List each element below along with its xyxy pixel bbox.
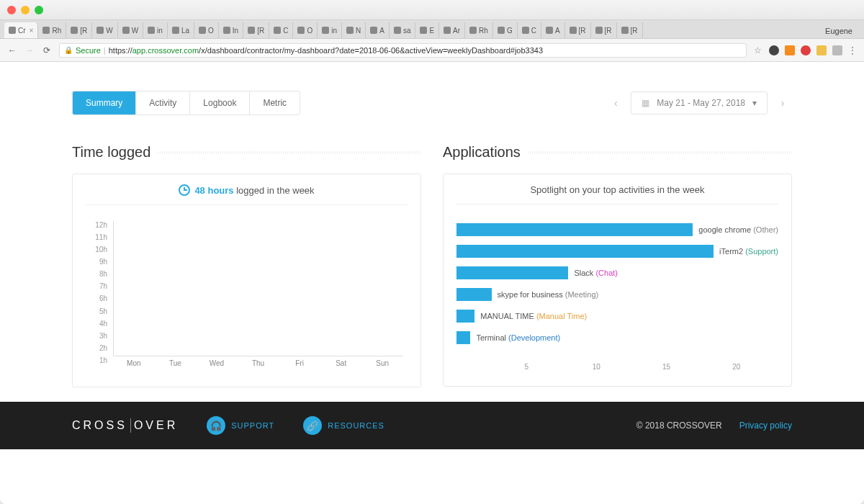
url-bar[interactable]: 🔒 Secure | https://app.crossover.com/x/d… [59,43,747,58]
app-row: iTerm2 (Support) [456,245,778,258]
tab-title: in [157,27,163,35]
app-label: google chrome (Other) [698,225,778,234]
x-tick: Mon [113,359,155,374]
app-row: Slack (Chat) [456,266,778,279]
browser-tab[interactable]: Rh [465,22,493,38]
back-button[interactable]: ← [7,45,17,55]
browser-tab[interactable]: A [541,22,565,38]
extension-icon[interactable] [785,45,795,55]
app-label: Slack (Chat) [574,269,618,277]
browser-profile[interactable]: Eugene [818,24,860,38]
prev-week-button[interactable]: ‹ [606,91,625,114]
app-label: skype for business (Meeting) [498,290,599,299]
tab-title: [R [605,27,612,35]
secure-label: Secure [76,46,101,55]
dropdown-caret-icon: ▾ [752,98,757,108]
app-bar[interactable] [456,266,568,279]
next-week-button[interactable]: › [773,91,792,114]
browser-tab[interactable]: In [219,22,243,38]
favicon [9,27,16,34]
x-tick: Wed [196,359,238,374]
browser-tab[interactable]: E [415,22,439,38]
x-tick: Fri [279,359,320,374]
crossover-logo: CROSS OVER [72,418,178,433]
close-tab-icon[interactable]: × [30,27,34,35]
link-icon: 🔗 [303,416,322,435]
extension-icon[interactable] [801,45,811,55]
browser-tab[interactable]: Ar [439,22,465,38]
browser-tabstrip: Cr×Rh[RWWinLaOIn[RCOinNAsaEArRhGCA[R[R[R… [0,20,864,39]
window-titlebar [0,0,864,20]
tab-title: [R [257,27,264,35]
applications-title: Applications [443,144,521,161]
browser-tab[interactable]: [R [66,22,92,38]
browser-tab[interactable]: [R [565,22,591,38]
browser-tab[interactable]: C [269,22,293,38]
time-logged-summary: 48 hours logged in the week [86,184,408,205]
forward-button[interactable]: → [24,45,35,55]
app-row: MANUAL TIME (Manual Time) [456,310,778,323]
favicon [71,27,78,34]
resources-link[interactable]: 🔗 RESOURCES [303,416,384,435]
tab-activity[interactable]: Activity [136,91,190,114]
tab-title: O [208,27,214,35]
tab-title: [R [579,27,586,35]
browser-menu-icon[interactable]: ⋮ [848,45,857,55]
tab-metric[interactable]: Metric [250,91,300,114]
browser-tab[interactable]: sa [390,22,416,38]
time-logged-chart: 12h11h10h9h8h7h6h5h4h3h2h1h MonTueWedThu… [86,215,408,374]
tab-title: Ar [453,27,460,35]
browser-tab[interactable]: C [518,22,541,38]
reload-button[interactable]: ⟳ [42,45,52,55]
bookmark-star-icon[interactable]: ☆ [754,45,762,55]
browser-tab[interactable]: [R [617,22,643,38]
favicon [148,27,155,34]
browser-tab[interactable]: G [493,22,518,38]
browser-tab[interactable]: A [366,22,390,38]
app-bar[interactable] [456,331,470,344]
favicon [522,27,529,34]
browser-tab[interactable]: La [168,22,194,38]
page-content: SummaryActivityLogbookMetric ‹ ▦ May 21 … [0,62,864,504]
title-divider [158,151,421,154]
extension-icons: ⋮ [769,45,857,55]
time-logged-title: Time logged [72,144,150,161]
browser-tab[interactable]: in [318,22,342,38]
tab-title: C [531,27,536,35]
close-window-button[interactable] [7,6,16,14]
minimize-window-button[interactable] [21,6,30,14]
browser-tab[interactable]: Rh [38,22,66,38]
maximize-window-button[interactable] [35,6,43,14]
browser-tab[interactable]: Cr× [4,22,38,38]
favicon [570,27,577,34]
extension-icon[interactable] [769,45,779,55]
support-link[interactable]: 🎧 SUPPORT [207,416,274,435]
browser-tab[interactable]: W [118,22,143,38]
tab-title: N [356,27,361,35]
extension-icon[interactable] [816,45,827,55]
app-label: iTerm2 (Support) [719,247,778,256]
browser-tab[interactable]: O [194,22,219,38]
extension-icon[interactable] [832,45,842,55]
browser-tab[interactable]: [R [243,22,269,38]
tab-summary[interactable]: Summary [73,91,136,114]
date-range-picker[interactable]: ▦ May 21 - May 27, 2018 ▾ [631,91,768,114]
y-axis: 12h11h10h9h8h7h6h5h4h3h2h1h [86,221,110,356]
app-bar[interactable] [456,223,693,236]
app-bar[interactable] [456,245,714,258]
app-bar[interactable] [456,310,474,323]
app-bar[interactable] [456,288,492,301]
app-row: google chrome (Other) [456,223,778,236]
privacy-link[interactable]: Privacy policy [739,420,792,431]
browser-tab[interactable]: N [342,22,366,38]
tab-logbook[interactable]: Logbook [190,91,250,114]
tab-title: In [233,27,238,35]
browser-tab[interactable]: W [92,22,117,38]
browser-tab[interactable]: [R [591,22,617,38]
x-tick: 15 [662,363,670,371]
browser-tab[interactable]: O [293,22,318,38]
browser-tab[interactable]: in [143,22,168,38]
clock-icon [179,184,190,196]
favicon [546,27,553,34]
favicon [498,27,505,34]
